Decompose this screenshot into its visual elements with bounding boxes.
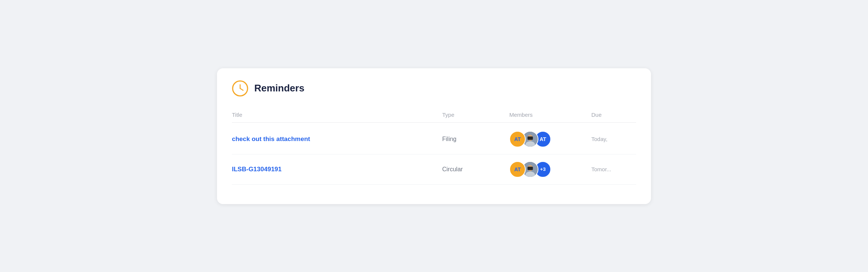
reminders-table: Title Type Members Due check out this at… [232, 109, 636, 185]
avatar: AT [509, 131, 526, 147]
col-type: Type [442, 112, 509, 118]
svg-rect-6 [528, 136, 533, 140]
table-header-row: Title Type Members Due [232, 109, 636, 123]
table-row: check out this attachment Filing AT [232, 124, 636, 154]
page-title: Reminders [254, 82, 304, 94]
avatar: AT [509, 161, 526, 178]
row-due-label: Today, [591, 136, 636, 142]
table-row: ILSB-G13049191 Circular AT [232, 154, 636, 185]
col-due: Due [591, 112, 636, 118]
members-group: AT AT [509, 131, 591, 147]
col-members: Members [509, 112, 591, 118]
svg-line-2 [240, 88, 243, 90]
col-title: Title [232, 112, 442, 118]
reminders-card: Reminders Title Type Members Due check o… [217, 68, 651, 204]
row-type-label: Filing [442, 136, 509, 143]
row-title-link[interactable]: check out this attachment [232, 135, 442, 143]
svg-rect-10 [528, 166, 533, 170]
card-header: Reminders [232, 80, 636, 97]
row-title-link[interactable]: ILSB-G13049191 [232, 166, 442, 173]
clock-icon [232, 80, 248, 97]
row-due-label: Tomor... [591, 166, 636, 172]
members-group: AT +3 [509, 161, 591, 178]
row-type-label: Circular [442, 166, 509, 173]
